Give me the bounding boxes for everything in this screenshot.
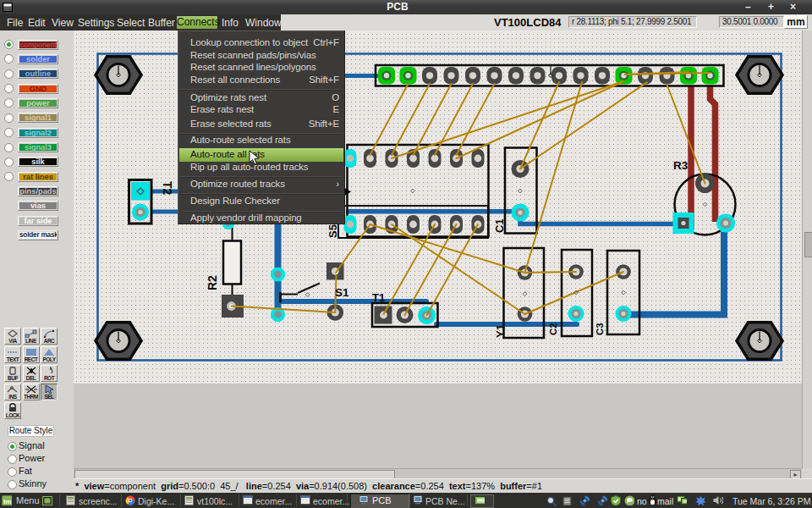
svg-text:T2: T2	[161, 181, 174, 196]
svg-text:R2: R2	[206, 275, 219, 290]
svg-text:C3: C3	[595, 323, 605, 335]
svg-text:S1: S1	[335, 286, 349, 299]
svg-text:R3: R3	[673, 159, 689, 172]
svg-text:C2: C2	[548, 323, 558, 335]
svg-text:C1: C1	[493, 218, 506, 233]
svg-text:T1: T1	[372, 291, 385, 304]
svg-text:lm: lm	[3, 498, 11, 505]
svg-text:Y1: Y1	[494, 324, 507, 338]
svg-text:S5: S5	[326, 224, 339, 238]
